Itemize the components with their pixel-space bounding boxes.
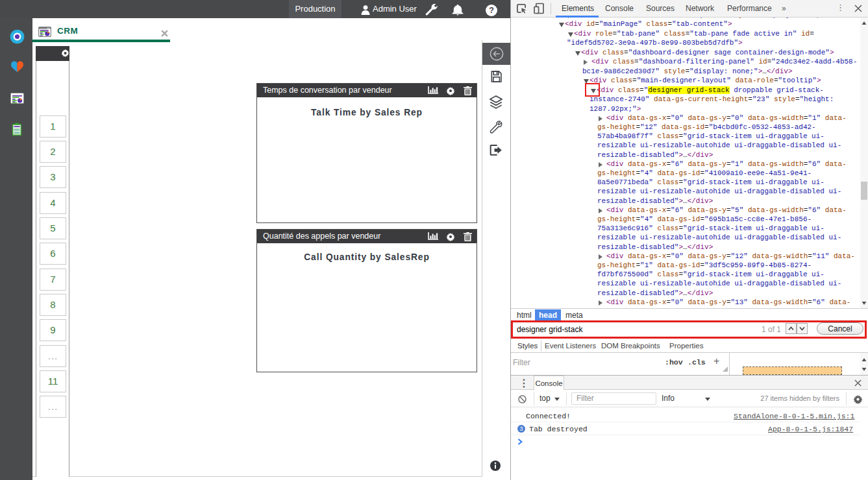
svg-text:?: ? [489,6,494,15]
